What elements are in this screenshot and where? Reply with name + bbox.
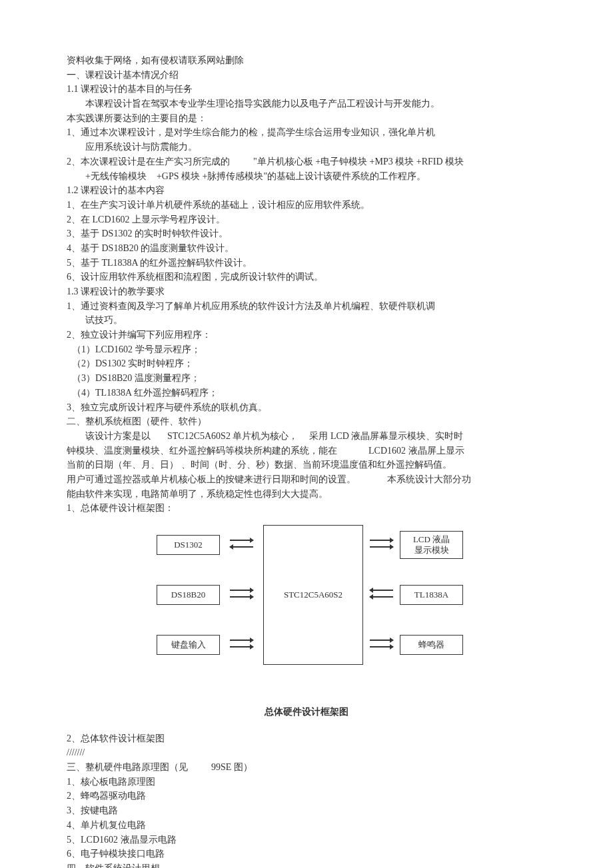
list-item: 5、基于 TL1838A 的红外遥控解码软件设计。 xyxy=(67,256,546,270)
diagram-label: DS18B20 xyxy=(171,588,205,602)
diagram-label: DS1302 xyxy=(174,538,203,552)
list-item-cont: 试技巧。 xyxy=(67,313,546,328)
list-item: 3、独立完成所设计程序与硬件系统的联机仿真。 xyxy=(67,400,546,415)
list-item: 1、总体硬件设计框架图： xyxy=(67,501,546,516)
text-segment: +GPS 模块 +脉搏传感模块"的基础上设计该硬件系统的工作程序。 xyxy=(157,171,426,181)
subsection-1-3: 1.3 课程设计的教学要求 xyxy=(67,284,546,299)
text-segment: +电子钟模块 +MP3 模块 +RFID 模块 xyxy=(315,157,464,167)
list-item: 1、通过资料查阅及学习了解单片机应用系统的软件设计方法及单片机编程、软硬件联机调 xyxy=(67,299,546,314)
list-item: 4、单片机复位电路 xyxy=(67,818,546,833)
text-segment: +无线传输模块 xyxy=(85,171,147,181)
section2-heading: 二、整机系统框图（硬件、软件） xyxy=(67,414,546,429)
list-item: 3、基于 DS1302 的实时时钟软件设计。 xyxy=(67,226,546,241)
diagram-label: LCD 液晶 xyxy=(413,534,450,545)
document-page: 资料收集于网络，如有侵权请联系网站删除 一、课程设计基本情况介绍 1.1 课程设… xyxy=(0,0,613,868)
arrow-icon xyxy=(370,540,393,556)
list-item: 2、独立设计并编写下列应用程序： xyxy=(67,328,546,342)
text-segment: 采用 LCD 液晶屏幕显示模块、实时时 xyxy=(309,431,463,441)
list-item-cont: 应用系统设计与防震能力。 xyxy=(67,140,546,155)
text-segment: 本系统设计大部分功 xyxy=(387,474,471,484)
list-item: 1、在生产实习设计单片机硬件系统的基础上，设计相应的应用软件系统。 xyxy=(67,198,546,213)
section1-heading: 一、课程设计基本情况介绍 xyxy=(67,68,546,83)
sub-list-item: （3）DS18B20 温度测量程序； xyxy=(67,371,546,386)
paragraph-text: 本课程设计旨在驾驭本专业学生理论指导实践能力以及电子产品工程设计与开发能力。 xyxy=(67,97,546,111)
arrow-icon xyxy=(370,590,393,606)
diagram-box-center: STC12C5A60S2 xyxy=(263,525,363,665)
sub-list-item: （2）DS1302 实时时钟程序； xyxy=(67,356,546,371)
diagram-box-lcd: LCD 液晶 显示模块 xyxy=(400,531,463,559)
arrow-icon xyxy=(370,640,393,655)
diagram-box-buzzer: 蜂鸣器 xyxy=(400,635,463,655)
list-item: 2、蜂鸣器驱动电路 xyxy=(67,789,546,803)
paragraph-text: 用户可通过遥控器或单片机核心板上的按键来进行日期和时间的设置。 本系统设计大部分… xyxy=(67,472,546,487)
text-segment: "单片机核心板 xyxy=(253,157,313,167)
text-segment: 钟模块、温度测量模块、红外遥控解码等模块所构建的系统，能在 xyxy=(67,446,337,456)
arrow-icon xyxy=(230,590,253,606)
list-item: 6、设计应用软件系统框图和流程图，完成所设计软件的调试。 xyxy=(67,270,546,284)
text-segment: STC12C5A60S2 单片机为核心， xyxy=(167,431,298,441)
paragraph-text: 本实践课所要达到的主要目的是： xyxy=(67,111,546,126)
paragraph-text: 当前的日期（年、月、日） 、时间（时、分、秒）数据、当前环境温度值和红外遥控解码… xyxy=(67,458,546,472)
list-item-cont: +无线传输模块 +GPS 模块 +脉搏传感模块"的基础上设计该硬件系统的工作程序… xyxy=(67,169,546,184)
text-segment: 用户可通过遥控器或单片机核心板上的按键来进行日期和时间的设置。 xyxy=(67,474,356,484)
header-note: 资料收集于网络，如有侵权请联系网站删除 xyxy=(67,53,546,68)
text-segment: 该设计方案是以 xyxy=(85,431,151,441)
diagram-label: 键盘输入 xyxy=(171,638,206,651)
list-item: 2、在 LCD1602 上显示学号程序设计。 xyxy=(67,213,546,227)
paragraph-text: 钟模块、温度测量模块、红外遥控解码等模块所构建的系统，能在 LCD1602 液晶… xyxy=(67,444,546,458)
diagram-box-keyboard: 键盘输入 xyxy=(157,635,220,655)
text-segment: LCD1602 液晶屏上显示 xyxy=(368,446,464,456)
section3-heading: 三、整机硬件电路原理图（见 99SE 图） xyxy=(67,760,546,775)
diagram-caption: 总体硬件设计框架图 xyxy=(67,705,546,719)
text-segment: 99SE 图） xyxy=(211,762,253,772)
diagram-box-ds18b20: DS18B20 xyxy=(157,585,220,605)
diagram-box-tl1838a: TL1838A xyxy=(400,585,463,605)
sub-list-item: （4）TL1838A 红外遥控解码程序； xyxy=(67,386,546,400)
section4-heading: 四、软件系统设计思想 xyxy=(67,861,546,868)
list-item: 2、总体软件设计框架图 xyxy=(67,731,546,746)
subsection-1-2: 1.2 课程设计的基本内容 xyxy=(67,183,546,198)
diagram-label: 显示模块 xyxy=(414,545,449,556)
list-item: 3、按键电路 xyxy=(67,803,546,818)
diagram-box-ds1302: DS1302 xyxy=(157,535,220,555)
diagram-label: STC12C5A60S2 xyxy=(284,588,342,602)
list-item: 6、电子钟模块接口电路 xyxy=(67,847,546,861)
subsection-1-1: 1.1 课程设计的基本目的与任务 xyxy=(67,82,546,97)
text-segment: 2、本次课程设计是在生产实习所完成的 xyxy=(67,157,230,167)
list-item: 2、本次课程设计是在生产实习所完成的 "单片机核心板 +电子钟模块 +MP3 模… xyxy=(67,155,546,169)
arrow-icon xyxy=(230,640,253,655)
text-segment: 三、整机硬件电路原理图（见 xyxy=(67,762,188,772)
list-item: 4、基于 DS18B20 的温度测量软件设计。 xyxy=(67,241,546,256)
hardware-diagram: STC12C5A60S2 DS1302 DS18B20 键盘输入 LCD 液晶 … xyxy=(67,525,546,698)
paragraph-text: 该设计方案是以 STC12C5A60S2 单片机为核心， 采用 LCD 液晶屏幕… xyxy=(67,429,546,444)
diagram-label: 蜂鸣器 xyxy=(418,638,444,651)
list-item: 1、核心板电路原理图 xyxy=(67,775,546,789)
placeholder-slashes: /////// xyxy=(67,745,546,760)
paragraph-text: 能由软件来实现，电路简单明了，系统稳定性也得到大大提高。 xyxy=(67,487,546,502)
list-item: 1、通过本次课程设计，是对学生综合能力的检，提高学生综合运用专业知识，强化单片机 xyxy=(67,125,546,140)
diagram-label: TL1838A xyxy=(414,588,448,602)
sub-list-item: （1）LCD1602 学号显示程序； xyxy=(67,342,546,357)
arrow-icon xyxy=(230,540,253,556)
list-item: 5、LCD1602 液晶显示电路 xyxy=(67,833,546,847)
